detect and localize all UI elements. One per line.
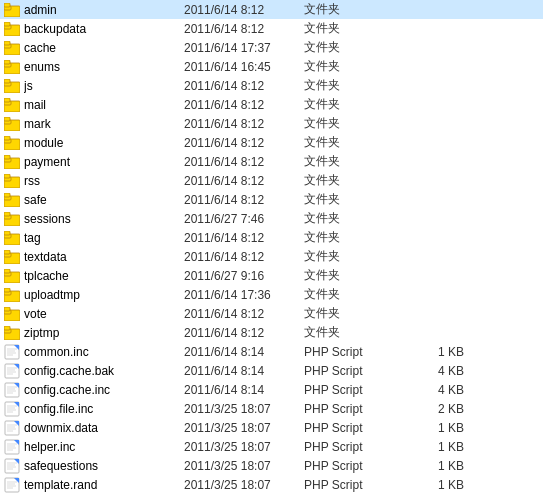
file-list: admin2011/6/14 8:12文件夹 backupdata2011/6/… [0, 0, 543, 494]
file-name: enums [24, 60, 184, 74]
file-size: 1 KB [404, 421, 464, 435]
folder-icon [4, 306, 20, 322]
file-type: 文件夹 [304, 267, 404, 284]
list-item[interactable]: sessions2011/6/27 7:46文件夹 [0, 209, 543, 228]
file-name: sessions [24, 212, 184, 226]
list-item[interactable]: uploadtmp2011/6/14 17:36文件夹 [0, 285, 543, 304]
file-date: 2011/6/14 8:12 [184, 155, 304, 169]
file-type: PHP Script [304, 440, 404, 454]
svg-rect-29 [4, 174, 10, 178]
file-date: 2011/6/14 17:37 [184, 41, 304, 55]
svg-rect-17 [4, 98, 10, 102]
file-type: PHP Script [304, 421, 404, 435]
php-icon [4, 382, 20, 398]
file-size: 1 KB [404, 459, 464, 473]
list-item[interactable]: safe2011/6/14 8:12文件夹 [0, 190, 543, 209]
file-name: ziptmp [24, 326, 184, 340]
file-type: 文件夹 [304, 210, 404, 227]
folder-icon [4, 40, 20, 56]
svg-rect-35 [4, 212, 10, 216]
list-item[interactable]: backupdata2011/6/14 8:12文件夹 [0, 19, 543, 38]
list-item[interactable]: helper.inc2011/3/25 18:07PHP Script1 KB [0, 437, 543, 456]
folder-icon [4, 2, 20, 18]
file-name: module [24, 136, 184, 150]
file-type: PHP Script [304, 459, 404, 473]
file-name: js [24, 79, 184, 93]
folder-icon [4, 249, 20, 265]
folder-icon [4, 78, 20, 94]
folder-icon [4, 173, 20, 189]
list-item[interactable]: cache2011/6/14 17:37文件夹 [0, 38, 543, 57]
list-item[interactable]: tag2011/6/14 8:12文件夹 [0, 228, 543, 247]
file-type: 文件夹 [304, 305, 404, 322]
list-item[interactable]: config.cache.bak2011/6/14 8:14PHP Script… [0, 361, 543, 380]
file-name: template.rand [24, 478, 184, 492]
list-item[interactable]: common.inc2011/6/14 8:14PHP Script1 KB [0, 342, 543, 361]
list-item[interactable]: config.file.inc2011/3/25 18:07PHP Script… [0, 399, 543, 418]
php-icon [4, 363, 20, 379]
list-item[interactable]: mail2011/6/14 8:12文件夹 [0, 95, 543, 114]
file-date: 2011/6/14 8:12 [184, 3, 304, 17]
list-item[interactable]: config.cache.inc2011/6/14 8:14PHP Script… [0, 380, 543, 399]
file-type: 文件夹 [304, 20, 404, 37]
folder-icon [4, 192, 20, 208]
file-name: mark [24, 117, 184, 131]
list-item[interactable]: enums2011/6/14 16:45文件夹 [0, 57, 543, 76]
svg-rect-47 [4, 288, 10, 292]
list-item[interactable]: payment2011/6/14 8:12文件夹 [0, 152, 543, 171]
file-type: PHP Script [304, 478, 404, 492]
list-item[interactable]: js2011/6/14 8:12文件夹 [0, 76, 543, 95]
file-type: 文件夹 [304, 77, 404, 94]
file-size: 1 KB [404, 478, 464, 492]
svg-rect-41 [4, 250, 10, 254]
file-date: 2011/3/25 18:07 [184, 478, 304, 492]
list-item[interactable]: downmix.data2011/3/25 18:07PHP Script1 K… [0, 418, 543, 437]
svg-rect-14 [4, 79, 10, 83]
file-name: downmix.data [24, 421, 184, 435]
svg-rect-50 [4, 307, 10, 311]
list-item[interactable]: ziptmp2011/6/14 8:12文件夹 [0, 323, 543, 342]
file-type: 文件夹 [304, 39, 404, 56]
php-icon [4, 420, 20, 436]
list-item[interactable]: admin2011/6/14 8:12文件夹 [0, 0, 543, 19]
svg-rect-32 [4, 193, 10, 197]
list-item[interactable]: rss2011/6/14 8:12文件夹 [0, 171, 543, 190]
list-item[interactable]: template.rand2011/3/25 18:07PHP Script1 … [0, 475, 543, 494]
file-type: 文件夹 [304, 96, 404, 113]
file-name: textdata [24, 250, 184, 264]
list-item[interactable]: tplcache2011/6/27 9:16文件夹 [0, 266, 543, 285]
file-date: 2011/6/14 16:45 [184, 60, 304, 74]
file-name: safequestions [24, 459, 184, 473]
file-date: 2011/6/14 8:12 [184, 98, 304, 112]
file-type: 文件夹 [304, 58, 404, 75]
file-date: 2011/6/14 8:12 [184, 136, 304, 150]
file-date: 2011/6/14 8:12 [184, 79, 304, 93]
file-type: 文件夹 [304, 286, 404, 303]
php-icon [4, 344, 20, 360]
file-type: 文件夹 [304, 324, 404, 341]
file-name: uploadtmp [24, 288, 184, 302]
file-size: 1 KB [404, 345, 464, 359]
file-name: tag [24, 231, 184, 245]
list-item[interactable]: module2011/6/14 8:12文件夹 [0, 133, 543, 152]
file-date: 2011/6/14 8:14 [184, 364, 304, 378]
file-date: 2011/3/25 18:07 [184, 402, 304, 416]
folder-icon [4, 325, 20, 341]
list-item[interactable]: mark2011/6/14 8:12文件夹 [0, 114, 543, 133]
file-date: 2011/6/14 8:14 [184, 383, 304, 397]
svg-rect-53 [4, 326, 10, 330]
svg-rect-44 [4, 269, 10, 273]
list-item[interactable]: vote2011/6/14 8:12文件夹 [0, 304, 543, 323]
file-date: 2011/3/25 18:07 [184, 421, 304, 435]
list-item[interactable]: safequestions2011/3/25 18:07PHP Script1 … [0, 456, 543, 475]
file-name: common.inc [24, 345, 184, 359]
file-date: 2011/3/25 18:07 [184, 459, 304, 473]
svg-rect-26 [4, 155, 10, 159]
list-item[interactable]: textdata2011/6/14 8:12文件夹 [0, 247, 543, 266]
folder-icon [4, 230, 20, 246]
folder-icon [4, 135, 20, 151]
file-date: 2011/6/14 8:12 [184, 307, 304, 321]
file-type: PHP Script [304, 345, 404, 359]
file-name: backupdata [24, 22, 184, 36]
file-name: rss [24, 174, 184, 188]
